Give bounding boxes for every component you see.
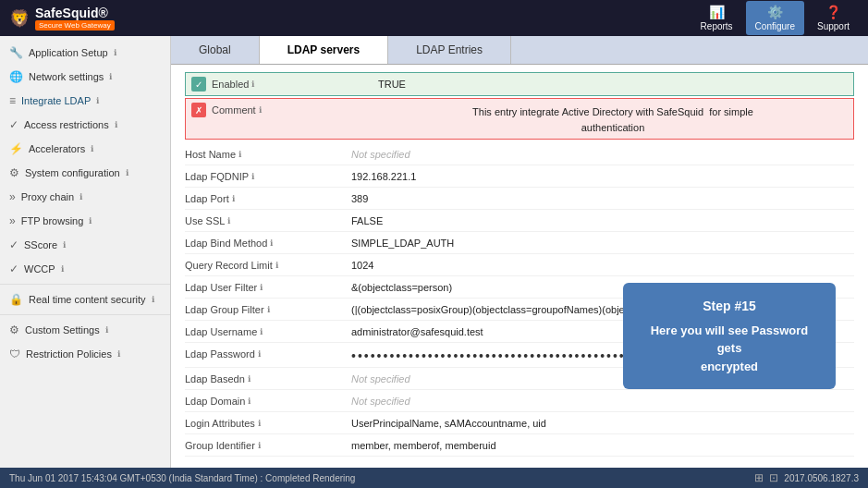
fqdn-row: Ldap FQDNIP ℹ 192.168.221.1 [185, 165, 854, 188]
group-filter-info-icon: ℹ [267, 305, 270, 314]
realtime-icon: 🔒 [9, 293, 23, 306]
group-id-info-icon: ℹ [258, 441, 261, 450]
info-icon-11: ℹ [105, 325, 108, 335]
sidebar-item-wccp[interactable]: ✓ WCCP ℹ [0, 257, 170, 281]
layout: 🔧 Application Setup ℹ 🌐 Network settings… [0, 36, 868, 468]
sidebar-item-access[interactable]: ✓ Access restrictions ℹ [0, 113, 170, 137]
logo-subtitle: Secure Web Gateway [35, 20, 115, 30]
sscore-icon: ✓ [9, 238, 18, 251]
sidebar-item-restriction[interactable]: 🛡 Restriction Policies ℹ [0, 342, 170, 366]
login-attrs-label: Login Attributes ℹ [185, 416, 351, 429]
user-filter-label: Ldap User Filter ℹ [185, 280, 351, 293]
statusbar-icon-1[interactable]: ⊞ [754, 471, 764, 484]
status-bar: Thu Jun 01 2017 15:43:04 GMT+0530 (India… [0, 468, 868, 488]
sidebar-item-accelerators[interactable]: ⚡ Accelerators ℹ [0, 137, 170, 161]
form-content: ✓ Enabled ℹ TRUE ✗ Comment ℹ This entry … [171, 65, 868, 468]
nav-reports-label: Reports [701, 21, 733, 31]
port-value: 389 [351, 191, 854, 204]
sidebar-item-system-config[interactable]: ⚙ System configuration ℹ [0, 161, 170, 185]
port-label: Ldap Port ℹ [185, 191, 351, 204]
sidebar-item-custom[interactable]: ⚙ Custom Settings ℹ [0, 318, 170, 342]
enabled-value: TRUE [378, 77, 848, 90]
tooltip-balloon: Step #15 Here you will see Password gets… [623, 283, 836, 390]
info-icon-1: ℹ [109, 72, 112, 81]
comment-label: Comment ℹ [212, 103, 378, 116]
sidebar-label-network: Network settings [29, 71, 104, 82]
sidebar-item-realtime[interactable]: 🔒 Real time content security ℹ [0, 287, 170, 311]
info-icon-3: ℹ [115, 120, 117, 129]
access-icon: ✓ [9, 118, 18, 131]
statusbar-right: ⊞ ⊡ 2017.0506.1827.3 [754, 471, 859, 484]
login-attrs-info-icon: ℹ [258, 419, 261, 428]
custom-icon: ⚙ [9, 323, 19, 336]
sidebar-item-integrate-ldap[interactable]: ≡ Integrate LDAP ℹ [0, 89, 170, 113]
configure-icon: ⚙️ [767, 5, 783, 19]
tab-ldap-entries[interactable]: LDAP Entries [388, 36, 511, 64]
statusbar-icon-2[interactable]: ⊡ [769, 471, 778, 484]
login-attrs-row: Login Attributes ℹ UserPrincipalName, sA… [185, 412, 854, 434]
comment-row: ✗ Comment ℹ This entry integrate Active … [185, 98, 854, 140]
basedn-info-icon: ℹ [248, 374, 251, 384]
ftp-icon: » [9, 214, 16, 227]
accelerators-icon: ⚡ [9, 142, 23, 155]
sidebar-item-proxy-chain[interactable]: » Proxy chain ℹ [0, 185, 170, 209]
sidebar-item-network[interactable]: 🌐 Network settings ℹ [0, 65, 170, 89]
enabled-label: Enabled ℹ [212, 77, 378, 90]
logo-title: SafeSquid® [35, 6, 115, 20]
nav-configure-label: Configure [755, 21, 795, 31]
hostname-row: Host Name ℹ Not specified [185, 143, 854, 165]
sidebar: 🔧 Application Setup ℹ 🌐 Network settings… [0, 36, 171, 468]
sidebar-label-app-setup: Application Setup [29, 47, 108, 58]
sidebar-label-custom: Custom Settings [25, 324, 100, 336]
app-setup-icon: 🔧 [9, 46, 23, 59]
sidebar-label-wccp: WCCP [24, 263, 55, 274]
sidebar-divider2 [0, 314, 170, 315]
check-icon: ✓ [191, 77, 206, 92]
tooltip-body: Here you will see Password getsencrypted [642, 322, 817, 376]
sidebar-label-system: System configuration [25, 167, 120, 178]
nav-support[interactable]: ❓ Support [808, 1, 859, 35]
domain-value: Not specified [351, 394, 854, 407]
sidebar-item-ftp[interactable]: » FTP browsing ℹ [0, 209, 170, 233]
sidebar-label-proxy: Proxy chain [21, 191, 74, 202]
logo-icon: 🦁 [9, 8, 30, 29]
x-icon: ✗ [191, 103, 206, 117]
query-info-icon: ℹ [275, 261, 278, 270]
ssl-label: Use SSL ℹ [185, 214, 351, 226]
query-row: Query Record Limit ℹ 1024 [185, 254, 854, 276]
nav-reports[interactable]: 📊 Reports [691, 1, 742, 35]
bind-label: Ldap Bind Method ℹ [185, 236, 351, 249]
password-label: Ldap Password ℹ [185, 347, 351, 360]
domain-info-icon: ℹ [248, 396, 251, 406]
username-info-icon: ℹ [260, 327, 263, 336]
group-id-row: Group Identifier ℹ member, memberof, mem… [185, 434, 854, 457]
domain-row: Ldap Domain ℹ Not specified [185, 390, 854, 412]
sidebar-label-ftp: FTP browsing [21, 215, 84, 226]
info-icon-10: ℹ [152, 295, 154, 304]
domain-label: Ldap Domain ℹ [185, 394, 351, 407]
info-icon-2: ℹ [96, 96, 99, 105]
info-icon-6: ℹ [79, 192, 82, 201]
sidebar-label-ldap: Integrate LDAP [21, 95, 91, 106]
group-id-value: member, memberof, memberuid [351, 438, 854, 451]
sidebar-label-sscore: SScore [24, 239, 57, 250]
login-attrs-value: UserPrincipalName, sAMAccountname, uid [351, 416, 854, 429]
nav-configure[interactable]: ⚙️ Configure [746, 1, 804, 35]
nav-support-label: Support [817, 21, 850, 31]
sidebar-item-app-setup[interactable]: 🔧 Application Setup ℹ [0, 41, 170, 65]
sidebar-label-realtime: Real time content security [29, 294, 146, 305]
main-content: Global LDAP servers LDAP Entries ✓ Enabl… [171, 36, 868, 468]
tab-ldap-servers[interactable]: LDAP servers [260, 36, 389, 64]
sidebar-item-sscore[interactable]: ✓ SScore ℹ [0, 233, 170, 257]
reports-icon: 📊 [709, 5, 725, 19]
group-id-label: Group Identifier ℹ [185, 438, 351, 451]
tab-global[interactable]: Global [171, 36, 260, 64]
status-text: Thu Jun 01 2017 15:43:04 GMT+0530 (India… [9, 473, 355, 483]
username-label: Ldap Username ℹ [185, 324, 351, 337]
header: 🦁 SafeSquid® Secure Web Gateway 📊 Report… [0, 0, 868, 36]
restriction-icon: 🛡 [9, 348, 20, 360]
system-icon: ⚙ [9, 166, 19, 179]
info-icon-9: ℹ [61, 264, 64, 274]
port-info-icon: ℹ [232, 194, 235, 203]
query-label: Query Record Limit ℹ [185, 258, 351, 271]
